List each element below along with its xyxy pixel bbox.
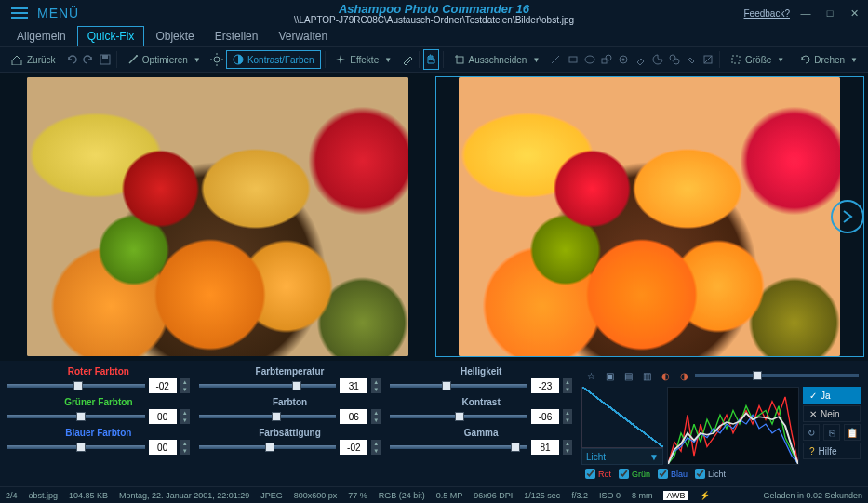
spin-up[interactable]: ▲	[563, 378, 572, 386]
spin-up[interactable]: ▲	[563, 440, 572, 447]
svg-line-16	[552, 56, 559, 63]
tool-eraser[interactable]	[633, 49, 648, 70]
optimize-button[interactable]: Optimieren▼	[121, 50, 207, 69]
reset-button[interactable]: ↻	[803, 424, 820, 441]
brush-button[interactable]	[400, 49, 415, 70]
slider-gamma-value[interactable]: 81	[531, 440, 559, 455]
slider-temp[interactable]	[199, 384, 337, 388]
back-button[interactable]: Zurück	[4, 50, 62, 69]
redo-button[interactable]	[81, 49, 96, 70]
effects-button[interactable]: Effekte▼	[328, 50, 398, 69]
slider-hue[interactable]	[199, 415, 337, 418]
tool-ellipse[interactable]	[582, 49, 597, 70]
spin-up[interactable]: ▲	[563, 409, 572, 417]
histogram-display	[667, 387, 799, 465]
spin-down[interactable]: ▼	[180, 386, 190, 393]
tab-objekte[interactable]: Objekte	[146, 27, 203, 46]
sp-icon6[interactable]: ◑	[676, 368, 691, 383]
status-iso: ISO 0	[599, 491, 621, 500]
hand-button[interactable]	[423, 49, 439, 70]
tool-rect[interactable]	[566, 49, 581, 70]
slider-temp-value[interactable]: 31	[340, 378, 367, 393]
spin-up[interactable]: ▲	[371, 440, 381, 447]
spin-down[interactable]: ▼	[563, 417, 572, 424]
slider-red[interactable]	[7, 384, 145, 388]
sp-icon4[interactable]: ▥	[639, 368, 654, 383]
slider-bright[interactable]	[390, 384, 527, 388]
tab-quickfix[interactable]: Quick-Fix	[77, 26, 145, 46]
channel-select[interactable]: Licht▼	[581, 448, 663, 465]
slider-sat-value[interactable]: -02	[340, 440, 367, 455]
check-grun[interactable]: Grün	[619, 469, 650, 479]
save-button[interactable]	[98, 49, 113, 70]
slider-label-hue: Farbton	[199, 397, 381, 407]
svg-point-25	[674, 59, 679, 64]
check-blau[interactable]: Blau	[658, 469, 688, 479]
sp-zoom-slider[interactable]	[695, 374, 859, 377]
spin-up[interactable]: ▲	[180, 409, 190, 417]
cut-button[interactable]: Ausschneiden▼	[447, 50, 547, 69]
image-preview[interactable]	[435, 76, 865, 357]
check-licht[interactable]: Licht	[695, 469, 726, 479]
slider-bright-value[interactable]: -23	[531, 378, 559, 393]
tool-redeye[interactable]	[616, 49, 631, 70]
effects-label: Effekte	[350, 55, 379, 65]
size-button[interactable]: Größe▼	[724, 50, 791, 69]
check-rot[interactable]: Rot	[585, 469, 611, 479]
copy-button[interactable]: ⎘	[823, 424, 840, 441]
slider-contrast-value[interactable]: -06	[531, 409, 559, 424]
slider-hue-value[interactable]: 06	[340, 409, 367, 424]
tool-shapes[interactable]	[599, 49, 614, 70]
svg-line-5	[129, 56, 137, 63]
slider-green-value[interactable]: 00	[149, 409, 177, 424]
tab-verwalten[interactable]: Verwalten	[269, 27, 337, 46]
contrast-button[interactable]: Kontrast/Farben	[226, 50, 321, 69]
svg-point-22	[622, 59, 625, 61]
spin-down[interactable]: ▼	[371, 417, 381, 424]
rotate-icon	[799, 54, 810, 65]
spin-up[interactable]: ▲	[371, 409, 381, 417]
status-filename: obst.jpg	[29, 491, 59, 500]
tool-gradient[interactable]	[701, 49, 715, 70]
next-image-button[interactable]	[831, 200, 864, 233]
rotate-button[interactable]: Drehen▼	[793, 50, 864, 69]
spin-up[interactable]: ▲	[371, 378, 381, 386]
spin-down[interactable]: ▼	[371, 447, 381, 455]
spin-down[interactable]: ▼	[563, 447, 572, 455]
hamburger-menu[interactable]	[6, 3, 33, 23]
undo-button[interactable]	[64, 49, 79, 70]
tool-clone[interactable]	[667, 49, 682, 70]
close-button[interactable]: ✕	[846, 6, 862, 20]
slider-green[interactable]	[7, 415, 145, 418]
slider-blue[interactable]	[7, 445, 145, 449]
slider-gamma[interactable]	[390, 445, 527, 449]
slider-sat[interactable]	[199, 445, 337, 449]
cancel-button[interactable]: ✕Nein	[803, 405, 861, 422]
spin-up[interactable]: ▲	[180, 378, 190, 386]
spin-down[interactable]: ▼	[563, 386, 572, 393]
paste-button[interactable]: 📋	[844, 424, 861, 441]
menu-label[interactable]: MENÜ	[37, 6, 79, 20]
sp-icon2[interactable]: ▣	[602, 368, 617, 383]
tab-erstellen[interactable]: Erstellen	[206, 27, 268, 46]
slider-blue-value[interactable]: 00	[149, 440, 177, 455]
tool-heal[interactable]	[684, 49, 699, 70]
help-button[interactable]: ?Hilfe	[803, 443, 861, 459]
slider-red-value[interactable]: -02	[149, 378, 177, 393]
brightness-button[interactable]	[209, 49, 224, 70]
tool-line[interactable]	[548, 49, 563, 70]
sp-star-icon[interactable]: ☆	[583, 368, 598, 383]
spin-down[interactable]: ▼	[371, 386, 381, 393]
tab-allgemein[interactable]: Allgemein	[7, 27, 75, 46]
tool-palette[interactable]	[650, 49, 665, 70]
sp-icon5[interactable]: ◐	[658, 368, 673, 383]
apply-button[interactable]: ✓Ja	[803, 387, 861, 404]
sp-icon3[interactable]: ▤	[621, 368, 635, 383]
slider-contrast[interactable]	[390, 415, 527, 418]
minimize-button[interactable]: —	[797, 6, 814, 20]
maximize-button[interactable]: □	[821, 6, 838, 20]
spin-down[interactable]: ▼	[180, 417, 190, 424]
spin-up[interactable]: ▲	[180, 440, 190, 447]
feedback-link[interactable]: Feedback?	[744, 8, 790, 19]
spin-down[interactable]: ▼	[180, 447, 190, 455]
